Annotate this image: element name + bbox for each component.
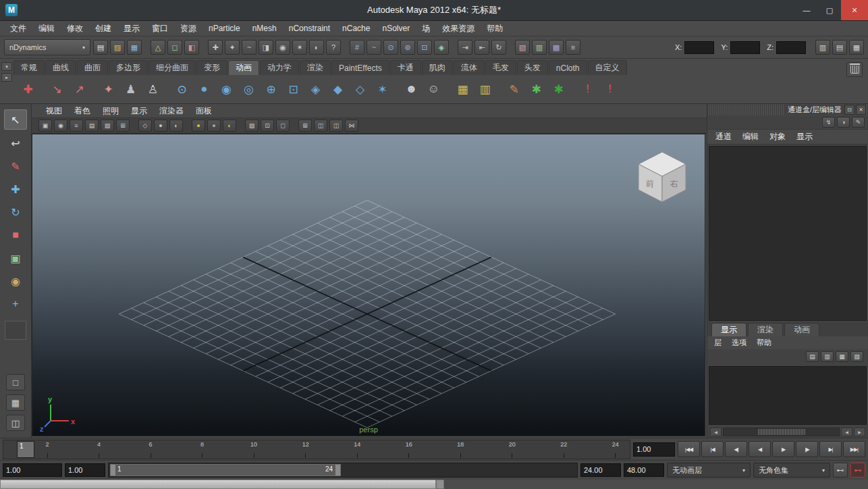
x-input[interactable] [684,41,714,54]
shelf-tab[interactable]: 动力学 [260,60,299,75]
camera-attributes-icon[interactable]: ≡ [70,120,83,132]
ik-handle-icon[interactable]: ↘ [47,78,67,100]
snap-curve-icon[interactable]: ~ [367,40,381,55]
layer-editor-tab[interactable]: 显示 [711,323,747,336]
layer-list-icon[interactable]: ▤ [806,351,819,362]
toggle-tool-settings-icon[interactable]: ▥ [815,40,830,55]
default-light-icon[interactable]: ● [192,120,205,132]
menu-item[interactable]: 显示 [117,22,146,36]
all-lights-icon[interactable]: ● [207,120,221,132]
select-camera-icon[interactable]: ▣ [38,120,52,132]
mask-surfaces-icon[interactable]: ◨ [259,40,273,55]
menu-item[interactable]: 帮助 [481,22,509,36]
point-constraint-icon[interactable]: ● [194,78,215,100]
new-layer-from-selected-icon[interactable]: ▧ [850,351,863,362]
shelf-tab[interactable]: 曲面 [77,60,108,75]
shelf-tab[interactable]: 常规 [13,60,45,75]
delete-static-channels-icon[interactable]: ! [599,78,620,100]
panel-menu-item[interactable]: 照明 [97,105,125,117]
textured-icon[interactable]: ◐ [169,120,183,132]
pole-vector-constraint-icon[interactable]: ✶ [372,78,393,100]
render-current-frame-icon[interactable]: ▥ [532,40,547,55]
xray-icon[interactable]: ◻ [276,120,290,132]
command-line-input[interactable] [0,480,436,489]
pan-zoom-2d-icon[interactable]: ⊞ [116,120,130,132]
snap-projected-center-icon[interactable]: ⊚ [400,40,415,55]
skeleton-icon[interactable]: ♟ [120,78,141,100]
smooth-shade-icon[interactable]: ● [154,120,167,132]
go-to-end-button[interactable]: ▶▶| [843,441,865,457]
shelf-menu-icon[interactable]: ▸ [1,73,12,82]
layer-editor-tab[interactable]: 动画 [784,323,819,336]
scroll-right-button[interactable]: ▶ [854,428,865,436]
soft-modification-tool[interactable]: ◉ [5,272,26,290]
step-back-key-button[interactable]: |◀ [701,441,724,457]
range-start-handle[interactable] [111,465,115,475]
mask-curves-icon[interactable]: ~ [242,40,256,55]
maximize-button[interactable]: ▢ [818,0,841,20]
select-component-icon[interactable]: ◧ [184,40,199,55]
close-icon[interactable]: ✕ [856,105,866,115]
layer-stack-icon[interactable]: ▥ [821,351,834,362]
panel-menu-item[interactable]: 渲染器 [153,105,190,117]
geometry-constraint-icon[interactable]: ◈ [305,78,326,100]
make-live-icon[interactable]: ◈ [434,40,449,55]
scroll-left-end-button[interactable]: ◀ [841,428,852,436]
toggle-attribute-editor-icon[interactable]: ▤ [832,40,847,55]
output-connections-icon[interactable]: ⇤ [474,40,489,55]
single-pane-layout-button[interactable]: □ [6,374,25,390]
panel-menu-item[interactable]: 显示 [125,105,153,117]
snap-grid-icon[interactable]: # [350,40,364,55]
joint-tool-icon[interactable]: ✦ [98,78,119,100]
step-back-frame-button[interactable]: ◀| [725,441,747,457]
shelf-tab[interactable]: 毛发 [485,60,516,75]
image-plane-icon[interactable]: ▧ [101,120,114,132]
ipr-render-icon[interactable]: ▩ [549,40,564,55]
mask-misc-icon[interactable]: ? [326,40,341,55]
pencil-icon[interactable]: ✎ [852,117,865,128]
animation-end-field[interactable] [624,463,664,477]
scroll-left-button[interactable]: ◀ [710,428,722,436]
menu-item[interactable]: 场 [416,22,436,36]
playback-range-bar[interactable]: 1 24 [110,464,341,476]
menu-item[interactable]: 效果资源 [436,22,481,36]
shelf-tab[interactable]: 细分曲面 [148,60,196,75]
save-scene-icon[interactable]: ▦ [127,40,142,55]
shelf-tab[interactable]: 变形 [196,60,227,75]
menu-item[interactable]: nMesh [246,22,283,34]
shelf-tab[interactable]: 多边形 [109,60,148,75]
playback-end-field[interactable] [580,463,621,477]
orient-constraint-icon[interactable]: ◎ [238,78,259,100]
new-empty-layer-icon[interactable]: ▦ [836,351,848,362]
paint-effects-brush-icon[interactable]: ✎ [504,78,524,100]
flow-lattice-icon[interactable]: ✱ [548,78,569,100]
play-forwards-button[interactable]: ▶ [772,441,794,457]
channel-box-menu-item[interactable]: 对象 [769,131,786,143]
construction-history-icon[interactable]: ↻ [491,40,506,55]
shadows-icon[interactable]: ◐ [223,120,236,132]
shelf-tab[interactable]: 曲线 [45,60,76,75]
toggle-channel-box-icon[interactable]: ▦ [849,40,864,55]
select-tool[interactable]: ↖ [4,109,27,130]
view-cube[interactable]: 前 右 [633,144,691,206]
shelf-tab[interactable]: 头发 [517,60,548,75]
ik-chain-icon[interactable]: ⊙ [171,78,192,100]
split-view-icon[interactable]: ◫ [329,120,343,132]
shelf-tab[interactable]: 流体 [454,60,485,75]
shelf-trash-button[interactable] [846,62,863,77]
step-forward-key-button[interactable]: ▶| [819,441,842,457]
new-scene-icon[interactable]: ▤ [93,40,108,55]
shelf-tab[interactable]: 渲染 [300,60,331,75]
camera-view-icon[interactable]: ⊞ [298,120,312,132]
panel-menu-item[interactable]: 面板 [190,105,218,117]
open-render-view-icon[interactable]: ▧ [515,40,530,55]
animation-snapshot-icon[interactable]: ▥ [474,78,495,100]
character-icon[interactable]: ♙ [142,78,163,100]
aim-constraint-icon[interactable]: ◉ [216,78,237,100]
set-key-icon[interactable]: ✚ [18,78,38,100]
shelf-tab[interactable]: PaintEffects [331,60,389,75]
current-frame-marker[interactable]: 1 [17,441,34,458]
layer-list[interactable] [709,366,867,426]
shelf-tab[interactable]: 肌肉 [422,60,453,75]
shelf-tab[interactable]: 自定义 [588,60,627,75]
